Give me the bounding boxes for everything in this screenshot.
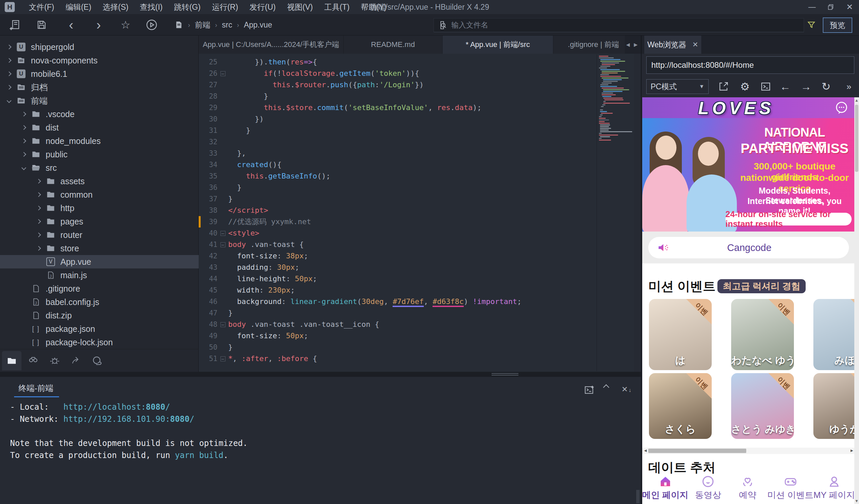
menu-item-3[interactable]: 选择(S) bbox=[103, 2, 129, 12]
code-line-33[interactable]: 33 }, bbox=[199, 148, 641, 159]
scroll-right-icon[interactable]: ► bbox=[849, 448, 854, 453]
more-button[interactable]: » bbox=[842, 80, 856, 93]
code-line-35[interactable]: 35 this.getBaseInfo(); bbox=[199, 170, 641, 182]
fold-icon[interactable]: – bbox=[221, 356, 226, 362]
code-line-45[interactable]: 45 width: 230px; bbox=[199, 285, 641, 296]
editor-tab-3[interactable]: * App.vue | 前端/src bbox=[442, 35, 553, 54]
tree-item-[interactable]: 归档 bbox=[0, 80, 199, 94]
tree-item-public[interactable]: public bbox=[0, 148, 199, 161]
page-scrollbar-thumb[interactable] bbox=[855, 105, 858, 172]
activity-share-icon[interactable] bbox=[66, 351, 86, 370]
tree-item-http[interactable]: http bbox=[0, 201, 199, 215]
promo-banner[interactable]: NATIONAL AIRBORNE PART-TIME MISS 300,000… bbox=[642, 118, 855, 231]
breadcrumb-item-src[interactable]: src bbox=[222, 20, 232, 30]
code-line-42[interactable]: 42 font-size: 38px; bbox=[199, 250, 641, 262]
fold-icon[interactable]: – bbox=[221, 71, 226, 76]
code-line-31[interactable]: 31 } bbox=[199, 125, 641, 136]
url-input[interactable] bbox=[647, 60, 848, 70]
code-line-34[interactable]: 34 created(){ bbox=[199, 159, 641, 170]
page-vertical-scrollbar[interactable]: ▲ ▼ bbox=[854, 97, 859, 504]
nav-item-home[interactable]: 메인 페이지 bbox=[642, 474, 688, 504]
nav-item-mission[interactable]: 미션 이벤트 bbox=[767, 474, 813, 504]
code-line-38[interactable]: 38</script> bbox=[199, 205, 641, 216]
tree-item-pages[interactable]: pages bbox=[0, 215, 199, 228]
scroll-left-icon[interactable]: ◄ bbox=[643, 448, 648, 453]
chevron-right-icon[interactable] bbox=[36, 219, 41, 224]
restore-button[interactable] bbox=[822, 0, 840, 14]
close-icon[interactable]: ✕ bbox=[692, 41, 698, 49]
tree-item-assets[interactable]: assets bbox=[0, 174, 199, 188]
code-line-36[interactable]: 36 } bbox=[199, 182, 641, 193]
profile-card[interactable]: 이벤ゆうか bbox=[813, 373, 855, 439]
menu-item-1[interactable]: 文件(F) bbox=[29, 2, 54, 12]
profile-card[interactable]: 이벤は bbox=[649, 299, 712, 370]
collapse-button[interactable] bbox=[604, 385, 614, 391]
device-mode-select[interactable]: PC模式 ▼ bbox=[646, 79, 709, 94]
chevron-right-icon[interactable] bbox=[36, 232, 41, 237]
tree-item-shippergold[interactable]: Ushippergold bbox=[0, 40, 199, 54]
file-search-field[interactable] bbox=[434, 18, 804, 32]
minimize-button[interactable]: — bbox=[803, 0, 822, 14]
code-line-26[interactable]: 26– if(!localStorage.getItem('token')){ bbox=[199, 68, 641, 79]
fold-icon[interactable]: – bbox=[221, 322, 226, 327]
terminal-scrollbar[interactable] bbox=[636, 490, 639, 503]
nav-item-video[interactable]: 동영상 bbox=[688, 474, 728, 504]
new-project-button[interactable] bbox=[10, 19, 21, 31]
code-line-41[interactable]: 41–body .van-toast { bbox=[199, 239, 641, 250]
chevron-right-icon[interactable] bbox=[7, 58, 11, 63]
tree-item-package-lock.json[interactable]: [ ]package-lock.json bbox=[0, 336, 199, 349]
code-line-37[interactable]: 37} bbox=[199, 193, 641, 205]
editor-scrollbar[interactable] bbox=[634, 54, 641, 372]
code-line-48[interactable]: 48–body .van-toast .van-toast__icon { bbox=[199, 319, 641, 330]
preview-button[interactable]: 预览 bbox=[823, 17, 852, 33]
nav-item-reserve[interactable]: 예약 bbox=[728, 474, 767, 504]
back-button[interactable]: ← bbox=[779, 80, 792, 93]
horizontal-splitter[interactable] bbox=[0, 372, 641, 377]
menu-item-8[interactable]: 视图(V) bbox=[287, 2, 313, 12]
code-line-32[interactable]: 32 bbox=[199, 136, 641, 148]
code-editor[interactable]: 25 }).then(res=>{26– if(!localStorage.ge… bbox=[199, 54, 641, 372]
tree-item-package.json[interactable]: [ ]package.json bbox=[0, 322, 199, 336]
tree-item-main.js[interactable]: Jmain.js bbox=[0, 269, 199, 282]
chevron-right-icon[interactable] bbox=[7, 72, 11, 76]
splitter-grip[interactable] bbox=[492, 373, 518, 376]
tree-item-[interactable]: 前端 bbox=[0, 94, 199, 107]
cards-horizontal-scrollbar[interactable]: ◄ ► bbox=[642, 448, 855, 454]
forward-button[interactable]: › bbox=[93, 19, 105, 31]
tree-item-src[interactable]: src bbox=[0, 161, 199, 174]
new-terminal-button[interactable] bbox=[584, 385, 594, 396]
scrollbar-thumb[interactable] bbox=[648, 449, 746, 453]
scroll-down-icon[interactable]: ▼ bbox=[854, 499, 859, 503]
profile-card[interactable]: 이벤さとう みゆき bbox=[731, 373, 794, 439]
code-line-46[interactable]: 46 background: linear-gradient(30deg, #7… bbox=[199, 296, 641, 307]
editor-tab-4[interactable]: .gitignore | 前端 bbox=[553, 35, 634, 54]
code-line-28[interactable]: 28 } bbox=[199, 91, 641, 102]
tree-item-babel.config.js[interactable]: Jbabel.config.js bbox=[0, 295, 199, 309]
tab-scroll-arrows[interactable]: ◂▸ bbox=[625, 35, 639, 54]
close-button[interactable]: ✕ bbox=[840, 0, 859, 14]
search-input[interactable] bbox=[451, 21, 753, 30]
tree-item-nova-components[interactable]: nova-components bbox=[0, 54, 199, 67]
breadcrumb-item-App.vue[interactable]: App.vue bbox=[244, 20, 272, 30]
save-button[interactable] bbox=[35, 19, 48, 31]
code-line-50[interactable]: 50} bbox=[199, 341, 641, 353]
run-button[interactable] bbox=[146, 19, 158, 31]
tree-item-.vscode[interactable]: .vscode bbox=[0, 107, 199, 121]
chevron-down-icon[interactable] bbox=[7, 98, 11, 103]
tree-item-store[interactable]: store bbox=[0, 242, 199, 255]
tree-item-common[interactable]: common bbox=[0, 188, 199, 201]
notice-pill[interactable]: Cangcode bbox=[648, 237, 849, 258]
tree-item-mobile6.1[interactable]: Umobile6.1 bbox=[0, 67, 199, 80]
profile-card[interactable]: 이벤わたなべ ゆうこ bbox=[731, 299, 794, 370]
menu-item-7[interactable]: 发行(U) bbox=[250, 2, 276, 12]
tree-item-dist.zip[interactable]: dist.zip bbox=[0, 309, 199, 322]
close-terminal-button[interactable]: ✕↓ bbox=[621, 385, 631, 394]
code-line-47[interactable]: 47} bbox=[199, 307, 641, 319]
activity-debug-icon[interactable] bbox=[45, 351, 64, 370]
tree-item-.gitignore[interactable]: .gitignore bbox=[0, 282, 199, 295]
code-line-40[interactable]: 40–<style> bbox=[199, 228, 641, 239]
code-line-27[interactable]: 27 this.$router.push({path:'/Login'}) bbox=[199, 79, 641, 91]
tree-item-App.vue[interactable]: VApp.vue bbox=[0, 255, 199, 269]
editor-minimap[interactable] bbox=[597, 55, 634, 371]
forward-button[interactable]: → bbox=[799, 80, 813, 93]
